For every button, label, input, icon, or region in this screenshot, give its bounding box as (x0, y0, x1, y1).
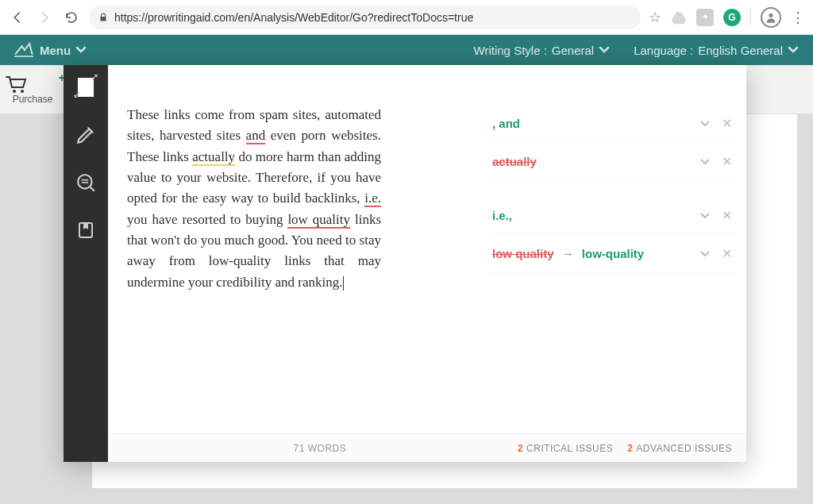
writing-style-label: Writing Style : (474, 44, 547, 57)
arrow-left-icon (10, 10, 25, 25)
editor-panel: ↗ ↙ These links come from spam sites, au… (64, 65, 746, 462)
menu-label: Menu (40, 44, 71, 57)
close-icon[interactable]: ✕ (722, 154, 732, 169)
app-logo-icon[interactable] (14, 42, 33, 58)
text-caret (343, 276, 344, 290)
suggestion-text: actually (492, 155, 537, 168)
chevron-down-icon[interactable] (699, 158, 711, 166)
app-header: Menu Writing Style : General Language : … (0, 35, 813, 65)
browser-menu-button[interactable]: ⋮ (791, 9, 805, 26)
menu-button[interactable]: Menu (40, 44, 87, 57)
chrome-right-controls: ☆ ✦ G ⋮ (649, 7, 805, 28)
arrow-ne-icon: ↗ (91, 71, 98, 83)
suggestions-column: , and ✕ actually ✕ i.e., ✕ (476, 65, 746, 462)
critical-issues[interactable]: 2CRITICAL ISSUES (518, 443, 613, 454)
forward-button[interactable] (35, 8, 54, 27)
svg-point-3 (21, 90, 24, 93)
underline-ie[interactable]: i.e. (364, 190, 381, 207)
underline-and[interactable]: and (246, 128, 266, 144)
lock-icon (98, 12, 108, 23)
purchase-label: Purchase (5, 94, 60, 105)
close-icon[interactable]: ✕ (722, 246, 732, 261)
arrow-right-icon (37, 10, 52, 25)
svg-point-0 (769, 13, 773, 17)
suggestion-text: , and (492, 117, 520, 130)
text-editor-column[interactable]: These links come from spam sites, automa… (108, 65, 476, 462)
bookmark-star-icon[interactable]: ☆ (649, 9, 661, 26)
reload-icon (64, 10, 79, 25)
writing-style-dropdown[interactable]: Writing Style : General (474, 44, 611, 57)
library-tool[interactable] (71, 216, 100, 244)
suggestion-item[interactable]: i.e., ✕ (489, 197, 738, 235)
pen-tool[interactable] (71, 121, 100, 149)
search-tool[interactable] (71, 168, 100, 197)
chevron-down-icon[interactable] (699, 120, 711, 128)
separator (750, 9, 751, 26)
language-value: English General (698, 44, 783, 57)
word-count: 71 WORDS (122, 443, 518, 454)
chevron-down-icon[interactable] (699, 212, 711, 220)
language-label: Language : (634, 44, 693, 57)
back-button[interactable] (8, 8, 27, 27)
book-bookmark-icon (76, 221, 95, 240)
browser-chrome-bar: https://prowritingaid.com/en/Analysis/We… (0, 0, 813, 35)
svg-point-4 (78, 175, 91, 188)
pen-nib-icon (75, 125, 96, 145)
close-icon[interactable]: ✕ (722, 116, 732, 131)
suggestion-text: low quality → low-quality (492, 247, 644, 260)
drive-icon[interactable] (671, 10, 687, 25)
suggestion-item[interactable]: low quality → low-quality ✕ (489, 235, 738, 273)
address-bar[interactable]: https://prowritingaid.com/en/Analysis/We… (89, 6, 641, 29)
profile-button[interactable] (761, 7, 781, 28)
editor-footer: 71 WORDS 2CRITICAL ISSUES 2ADVANCED ISSU… (108, 433, 746, 462)
writing-style-value: General (552, 44, 594, 57)
editor-main: These links come from spam sites, automa… (108, 65, 746, 462)
close-icon[interactable]: ✕ (722, 208, 732, 223)
suggestion-item[interactable]: , and ✕ (489, 105, 738, 143)
reload-button[interactable] (62, 8, 81, 27)
search-doc-icon (75, 172, 96, 193)
chevron-down-icon[interactable] (699, 250, 711, 258)
svg-line-7 (90, 187, 94, 190)
suggestion-item[interactable]: actually ✕ (489, 143, 738, 181)
url-text: https://prowritingaid.com/en/Analysis/We… (114, 11, 473, 24)
arrow-sw-icon: ↙ (73, 89, 81, 100)
extension-icon[interactable]: ✦ (696, 9, 714, 26)
grammarly-badge-icon[interactable]: G (723, 9, 741, 26)
chevron-down-icon (788, 46, 799, 54)
purchase-button[interactable]: + Purchase (5, 75, 60, 105)
advanced-issues[interactable]: 2ADVANCED ISSUES (627, 443, 732, 454)
underline-low-quality[interactable]: low quality (287, 212, 350, 229)
cart-icon: + (5, 75, 60, 94)
fullscreen-toggle[interactable]: ↗ ↙ (71, 73, 100, 102)
underline-actually[interactable]: actually (192, 149, 235, 166)
suggestion-text: i.e., (492, 209, 512, 222)
language-dropdown[interactable]: Language : English General (634, 44, 799, 57)
chevron-down-icon (599, 46, 610, 54)
chevron-down-icon (75, 46, 87, 54)
svg-point-2 (13, 90, 16, 93)
editor-tool-column: ↗ ↙ (64, 65, 108, 462)
essay-text[interactable]: These links come from spam sites, automa… (127, 105, 381, 293)
